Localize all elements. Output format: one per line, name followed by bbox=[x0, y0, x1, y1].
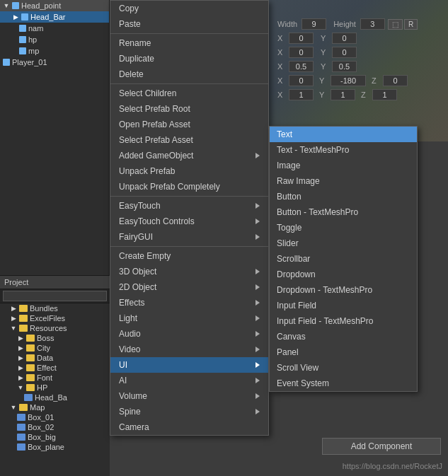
menu-audio[interactable]: Audio bbox=[110, 326, 268, 342]
hierarchy-item-nam[interactable]: nam bbox=[0, 23, 109, 34]
submenu-canvas[interactable]: Canvas bbox=[270, 329, 417, 344]
menu-volume[interactable]: Volume bbox=[110, 388, 268, 404]
project-item-boss[interactable]: ▶ Boss bbox=[0, 333, 110, 343]
project-item-box02[interactable]: Box_02 bbox=[0, 422, 110, 432]
submenu-text-tmp[interactable]: Text - TextMeshPro bbox=[270, 142, 417, 158]
submenu-panel[interactable]: Panel bbox=[270, 344, 417, 360]
submenu-dropdown-tmp[interactable]: Dropdown - TextMeshPro bbox=[270, 282, 417, 298]
menu-paste[interactable]: Paste bbox=[110, 16, 268, 32]
menu-unpack-prefab-completely[interactable]: Unpack Prefab Completely bbox=[110, 179, 268, 195]
submenu-input-field-tmp[interactable]: Input Field - TextMeshPro bbox=[270, 313, 417, 329]
submenu-button-tmp[interactable]: Button - TextMeshPro bbox=[270, 204, 417, 220]
submenu-scrollbar[interactable]: Scrollbar bbox=[270, 251, 417, 267]
folder-icon bbox=[26, 374, 35, 381]
submenu-arrow bbox=[255, 284, 260, 290]
object-icon bbox=[19, 47, 26, 54]
y-input-2[interactable] bbox=[332, 61, 357, 72]
expand-icon: ▶ bbox=[10, 315, 17, 322]
project-item-map[interactable]: ▼ Map bbox=[0, 402, 110, 412]
search-input[interactable] bbox=[3, 291, 107, 301]
menu-copy[interactable]: Copy bbox=[110, 1, 268, 16]
submenu-arrow bbox=[255, 153, 260, 158]
r-button[interactable]: R bbox=[404, 19, 418, 30]
submenu-slider[interactable]: Slider bbox=[270, 236, 417, 251]
project-item-headba[interactable]: Head_Ba bbox=[0, 393, 110, 402]
height-input[interactable] bbox=[360, 18, 385, 30]
hierarchy-item-headbar[interactable]: ▶ Head_Bar bbox=[0, 11, 109, 23]
project-item-hp[interactable]: ▼ HP bbox=[0, 383, 110, 393]
hierarchy-item-player01[interactable]: Player_01 bbox=[0, 57, 109, 68]
submenu-text[interactable]: Text bbox=[270, 127, 417, 142]
project-item-resources[interactable]: ▼ Resources bbox=[0, 323, 110, 333]
project-item-boxbig[interactable]: Box_big bbox=[0, 432, 110, 442]
prefab-icon bbox=[24, 394, 33, 401]
project-item-excelfiles[interactable]: ▶ ExcelFiles bbox=[0, 313, 110, 323]
menu-3d-object[interactable]: 3D Object bbox=[110, 264, 268, 279]
x-input-0[interactable] bbox=[289, 33, 314, 44]
menu-select-prefab-root[interactable]: Select Prefab Root bbox=[110, 101, 268, 117]
submenu-event-system[interactable]: Event System bbox=[270, 376, 417, 391]
submenu-dropdown[interactable]: Dropdown bbox=[270, 267, 417, 282]
menu-2d-object[interactable]: 2D Object bbox=[110, 279, 268, 295]
x-input-4[interactable] bbox=[289, 89, 314, 100]
menu-easytouch[interactable]: EasyTouch bbox=[110, 198, 268, 214]
project-item-font[interactable]: ▶ Font bbox=[0, 373, 110, 383]
menu-select-children[interactable]: Select Children bbox=[110, 86, 268, 101]
submenu-raw-image[interactable]: Raw Image bbox=[270, 173, 417, 189]
y-input-0[interactable] bbox=[332, 33, 357, 44]
menu-ui[interactable]: UI bbox=[110, 357, 268, 373]
hierarchy-item-headpoint[interactable]: ▼ Head_point bbox=[0, 0, 109, 11]
menu-spine[interactable]: Spine bbox=[110, 404, 268, 419]
menu-rename[interactable]: Rename bbox=[110, 35, 268, 51]
project-item-boxplane[interactable]: Box_plane bbox=[0, 442, 110, 452]
menu-create-empty[interactable]: Create Empty bbox=[110, 248, 268, 264]
menu-added-gameobject[interactable]: Added GameObject bbox=[110, 148, 268, 163]
rect-button[interactable]: ⬚ bbox=[388, 19, 403, 30]
submenu-button[interactable]: Button bbox=[270, 189, 417, 204]
x-label-2: X bbox=[277, 62, 286, 71]
separator bbox=[110, 83, 268, 84]
hierarchy-item-hp[interactable]: hp bbox=[0, 34, 109, 45]
y-input-4[interactable] bbox=[331, 89, 355, 100]
project-item-effect[interactable]: ▶ Effect bbox=[0, 363, 110, 373]
y-input-1[interactable] bbox=[332, 47, 357, 58]
menu-select-prefab-asset[interactable]: Select Prefab Asset bbox=[110, 132, 268, 148]
add-component-button[interactable]: Add Component bbox=[322, 438, 441, 455]
menu-video[interactable]: Video bbox=[110, 342, 268, 357]
submenu-toggle[interactable]: Toggle bbox=[270, 220, 417, 236]
x-label-1: X bbox=[277, 48, 286, 57]
menu-camera[interactable]: Camera bbox=[110, 419, 268, 435]
submenu-image[interactable]: Image bbox=[270, 158, 417, 173]
project-item-box01[interactable]: Box_01 bbox=[0, 412, 110, 422]
menu-effects[interactable]: Effects bbox=[110, 295, 268, 310]
inspector-wh-row: Width Height ⬚ R bbox=[273, 17, 444, 31]
hierarchy-item-mp[interactable]: mp bbox=[0, 45, 109, 57]
width-input[interactable] bbox=[301, 18, 326, 30]
menu-unpack-prefab[interactable]: Unpack Prefab bbox=[110, 163, 268, 179]
submenu-scroll-view[interactable]: Scroll View bbox=[270, 360, 417, 376]
menu-open-prefab-asset[interactable]: Open Prefab Asset bbox=[110, 117, 268, 132]
submenu-input-field[interactable]: Input Field bbox=[270, 298, 417, 313]
folder-icon bbox=[26, 354, 35, 361]
z-label-3: Z bbox=[372, 76, 380, 85]
menu-delete[interactable]: Delete bbox=[110, 66, 268, 82]
menu-duplicate[interactable]: Duplicate bbox=[110, 51, 268, 66]
x-input-2[interactable] bbox=[289, 61, 314, 72]
z-input-4[interactable] bbox=[372, 89, 397, 100]
submenu-ui: Text Text - TextMeshPro Image Raw Image … bbox=[269, 126, 418, 392]
z-input-3[interactable] bbox=[383, 75, 408, 86]
project-item-bundles[interactable]: ▶ Bundles bbox=[0, 303, 110, 313]
x-input-3[interactable] bbox=[289, 75, 314, 86]
submenu-arrow bbox=[255, 234, 260, 240]
project-item-data[interactable]: ▶ Data bbox=[0, 353, 110, 363]
menu-ai[interactable]: AI bbox=[110, 373, 268, 388]
folder-icon bbox=[26, 335, 35, 342]
item-label: mp bbox=[28, 47, 39, 55]
menu-light[interactable]: Light bbox=[110, 310, 268, 326]
menu-easytouch-controls[interactable]: EasyTouch Controls bbox=[110, 214, 268, 229]
y-input-3[interactable] bbox=[331, 75, 366, 86]
x-input-1[interactable] bbox=[289, 47, 314, 58]
project-item-city[interactable]: ▶ City bbox=[0, 343, 110, 353]
expand-icon: ▶ bbox=[10, 305, 17, 312]
menu-fairygui[interactable]: FairyGUI bbox=[110, 229, 268, 245]
